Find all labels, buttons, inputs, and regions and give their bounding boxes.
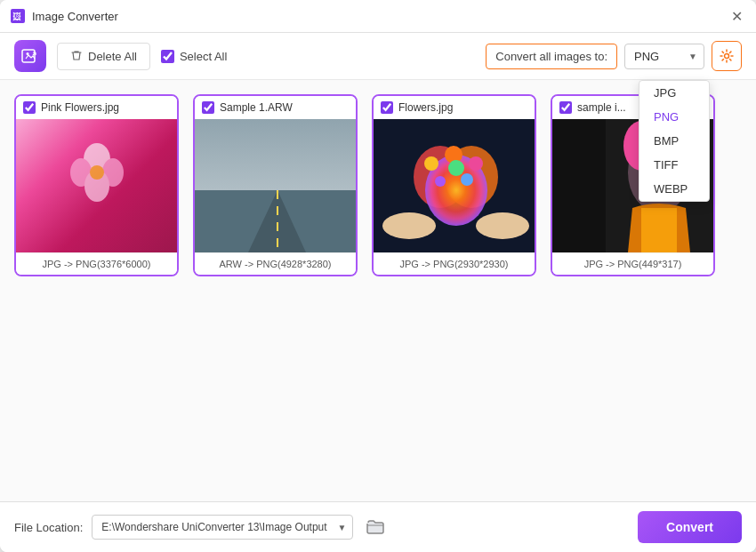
dropdown-item-png[interactable]: PNG — [639, 105, 709, 129]
image-card: Sample 1.ARW — [193, 94, 358, 276]
delete-all-label: Delete All — [88, 50, 137, 63]
svg-point-21 — [435, 176, 446, 187]
card-image — [374, 119, 535, 252]
toolbar-right: Convert all images to: JPG PNG BMP TIFF … — [486, 41, 742, 71]
convert-button[interactable]: Convert — [638, 511, 742, 543]
card-footer: JPG -> PNG(449*317) — [552, 252, 713, 275]
card-footer: JPG -> PNG(3376*6000) — [16, 252, 177, 275]
card-image — [195, 119, 356, 252]
card-image — [16, 119, 177, 252]
convert-all-label: Convert all images to: — [486, 44, 617, 69]
card-filename: Flowers.jpg — [398, 101, 453, 114]
svg-point-25 — [476, 212, 529, 239]
close-button[interactable]: ✕ — [728, 7, 745, 25]
convert-button-label: Convert — [666, 520, 713, 534]
file-location-select[interactable]: E:\Wondershare UniConverter 13\Image Out… — [92, 515, 353, 540]
card-header: Pink Flowers.jpg — [16, 96, 177, 119]
svg-rect-27 — [552, 119, 606, 252]
card-checkbox[interactable] — [202, 101, 214, 114]
format-select-wrapper: JPG PNG BMP TIFF WEBP ▼ — [624, 44, 704, 69]
file-location-input-wrap: E:\Wondershare UniConverter 13\Image Out… — [92, 515, 353, 540]
select-all-label: Select All — [180, 50, 227, 63]
card-footer: JPG -> PNG(2930*2930) — [374, 252, 535, 275]
file-location-label: File Location: — [14, 521, 83, 534]
app-window: 🖼 Image Converter ✕ — [0, 0, 756, 552]
title-bar: 🖼 Image Converter ✕ — [0, 0, 756, 33]
card-footer: ARW -> PNG(4928*3280) — [195, 252, 356, 275]
select-all-checkbox[interactable] — [161, 50, 174, 63]
toolbar-left: Delete All Select All — [14, 40, 227, 72]
svg-point-23 — [448, 160, 464, 176]
svg-point-3 — [27, 52, 29, 55]
app-icon — [14, 40, 46, 72]
svg-point-18 — [424, 156, 438, 171]
settings-button[interactable] — [712, 41, 742, 71]
format-select[interactable]: JPG PNG BMP TIFF WEBP — [624, 44, 704, 69]
toolbar: Delete All Select All Convert all images… — [0, 33, 756, 80]
title-bar-left: 🖼 Image Converter — [11, 9, 118, 23]
window-title: Image Converter — [32, 10, 118, 23]
svg-point-20 — [469, 156, 483, 171]
format-dropdown: JPG PNG BMP TIFF WEBP — [639, 80, 710, 202]
svg-point-24 — [382, 212, 436, 239]
card-image-area — [16, 119, 177, 252]
card-checkbox[interactable] — [559, 101, 572, 114]
card-checkbox[interactable] — [23, 101, 36, 114]
card-image-area — [195, 119, 356, 252]
card-filename: Pink Flowers.jpg — [41, 101, 119, 114]
app-title-icon: 🖼 — [11, 9, 25, 23]
delete-all-button[interactable]: Delete All — [57, 43, 150, 70]
dropdown-item-bmp[interactable]: BMP — [639, 129, 709, 153]
card-checkbox[interactable] — [381, 101, 393, 114]
folder-open-button[interactable] — [362, 514, 389, 540]
card-header: Flowers.jpg — [374, 96, 535, 119]
dropdown-item-tiff[interactable]: TIFF — [639, 153, 709, 177]
image-grid: Pink Flowers.jpg JPG -> PNG(3376*6000) — [14, 94, 742, 276]
svg-point-22 — [461, 173, 473, 186]
card-filename: sample i... — [577, 101, 626, 114]
dropdown-item-webp[interactable]: WEBP — [639, 177, 709, 201]
card-filename: Sample 1.ARW — [220, 101, 293, 114]
image-card: Flowers.jpg — [372, 94, 536, 276]
dropdown-item-jpg[interactable]: JPG — [639, 81, 709, 105]
select-all-wrapper[interactable]: Select All — [161, 50, 227, 63]
svg-point-9 — [90, 165, 104, 180]
svg-rect-35 — [641, 208, 677, 252]
card-header: Sample 1.ARW — [195, 96, 356, 119]
status-bar: File Location: E:\Wondershare UniConvert… — [0, 501, 756, 552]
svg-point-4 — [725, 54, 729, 59]
image-card: Pink Flowers.jpg JPG -> PNG(3376*6000) — [14, 94, 179, 276]
svg-text:🖼: 🖼 — [12, 12, 21, 21]
trash-icon — [70, 49, 83, 64]
card-image-area — [374, 119, 535, 252]
svg-rect-10 — [195, 119, 356, 190]
file-location-group: File Location: E:\Wondershare UniConvert… — [14, 514, 389, 540]
